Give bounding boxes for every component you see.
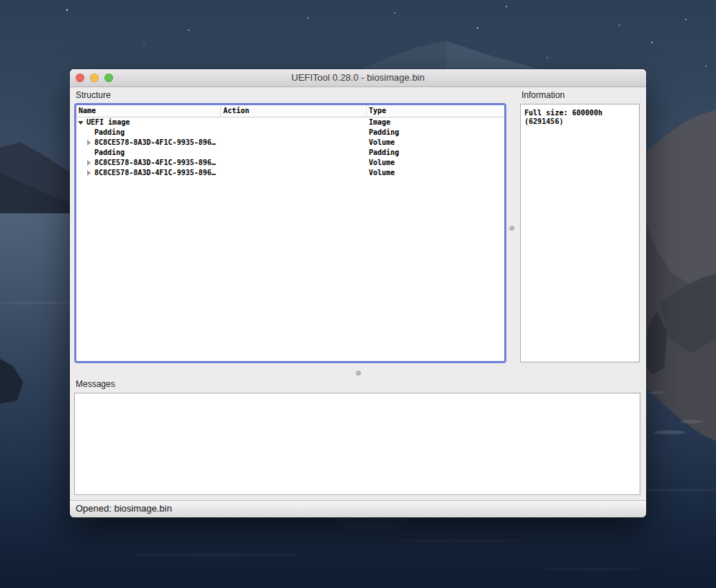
column-header-name[interactable]: Name [76, 105, 221, 117]
tree-cell-type: Padding [367, 148, 504, 158]
window-titlebar[interactable]: UEFITool 0.28.0 - biosimage.bin [70, 69, 646, 87]
structure-tree: Name Action Type UEFI imageImagePaddingP… [74, 103, 506, 363]
tree-cell-action [221, 117, 367, 128]
tree-item-label: Padding [94, 148, 125, 158]
tree-cell-name: 8C8CE578-8A3D-4F1C-9935-896… [76, 168, 221, 178]
messages-label: Messages [76, 379, 115, 389]
traffic-light-buttons [76, 74, 113, 82]
zoom-button[interactable] [104, 74, 113, 82]
close-button[interactable] [76, 74, 84, 82]
expand-arrow-icon[interactable] [86, 160, 94, 166]
tree-row[interactable]: 8C8CE578-8A3D-4F1C-9935-896…Volume [76, 138, 504, 148]
column-header-type[interactable]: Type [367, 105, 504, 117]
tree-item-label: UEFI image [86, 117, 130, 128]
tree-rows: UEFI imageImagePaddingPadding8C8CE578-8A… [76, 117, 504, 178]
tree-item-label: 8C8CE578-8A3D-4F1C-9935-896… [94, 168, 216, 178]
tree-cell-action [221, 158, 367, 168]
tree-cell-type: Image [367, 117, 504, 128]
structure-label: Structure [76, 90, 111, 100]
collapse-arrow-icon[interactable] [78, 121, 86, 125]
tree-cell-action [221, 128, 367, 138]
tree-cell-action [221, 138, 367, 148]
tree-header: Name Action Type [76, 105, 504, 117]
tree-cell-type: Volume [367, 138, 504, 148]
tree-cell-action [221, 168, 367, 178]
tree-item-label: 8C8CE578-8A3D-4F1C-9935-896… [94, 138, 216, 148]
tree-row[interactable]: PaddingPadding [76, 148, 504, 158]
vertical-splitter-handle[interactable] [509, 226, 514, 231]
column-header-action[interactable]: Action [221, 105, 367, 117]
tree-cell-type: Volume [367, 158, 504, 168]
tree-cell-name: Padding [76, 128, 221, 138]
status-bar: Opened: biosimage.bin [70, 500, 646, 517]
status-text: Opened: biosimage.bin [70, 501, 646, 517]
messages-panel[interactable] [74, 393, 640, 495]
tree-cell-name: UEFI image [76, 117, 221, 128]
tree-item-label: 8C8CE578-8A3D-4F1C-9935-896… [94, 158, 216, 168]
uefitool-window: UEFITool 0.28.0 - biosimage.bin Structur… [70, 69, 646, 517]
window-title: UEFITool 0.28.0 - biosimage.bin [70, 69, 646, 86]
information-label: Information [522, 90, 565, 100]
tree-row[interactable]: 8C8CE578-8A3D-4F1C-9935-896…Volume [76, 168, 504, 178]
horizontal-splitter-handle[interactable] [356, 370, 361, 375]
expand-arrow-icon[interactable] [86, 170, 94, 176]
information-text: Full size: 600000h (6291456) [521, 104, 639, 130]
tree-row[interactable]: UEFI imageImage [76, 117, 504, 128]
information-panel: Full size: 600000h (6291456) [520, 104, 640, 362]
tree-cell-type: Volume [367, 168, 504, 178]
minimize-button[interactable] [90, 74, 99, 82]
tree-cell-name: Padding [76, 148, 221, 158]
tree-row[interactable]: PaddingPadding [76, 128, 504, 138]
expand-arrow-icon[interactable] [86, 140, 94, 146]
tree-cell-action [221, 148, 367, 158]
tree-cell-type: Padding [367, 128, 504, 138]
tree-item-label: Padding [94, 128, 125, 138]
tree-cell-name: 8C8CE578-8A3D-4F1C-9935-896… [76, 158, 221, 168]
tree-cell-name: 8C8CE578-8A3D-4F1C-9935-896… [76, 138, 221, 148]
tree-row[interactable]: 8C8CE578-8A3D-4F1C-9935-896…Volume [76, 158, 504, 168]
